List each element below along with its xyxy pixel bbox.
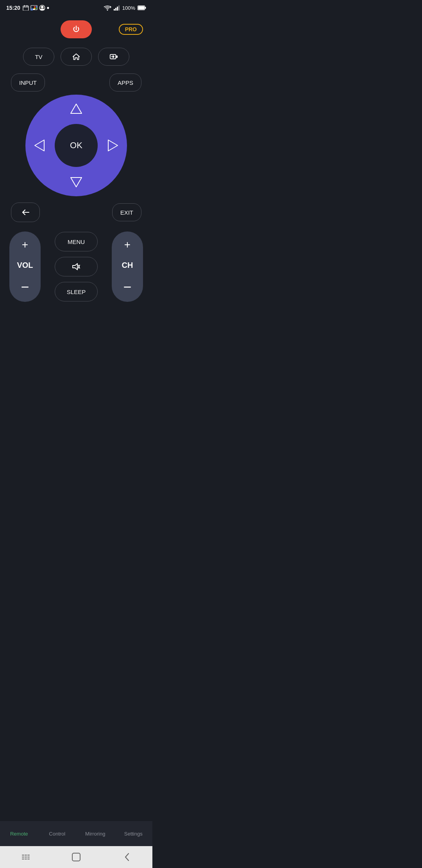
svg-marker-26 [71,178,82,187]
svg-marker-27 [35,140,44,151]
back-android-button[interactable] [115,849,139,865]
svg-rect-17 [115,8,116,11]
ch-plus-button[interactable]: + [124,239,131,250]
calendar-icon [23,5,29,11]
top-row: PRO [9,20,143,38]
vol-label: VOL [17,261,33,270]
svg-point-6 [31,9,32,10]
vol-control: + VOL − [9,231,41,302]
dpad-container: OK [25,95,127,196]
nav-control[interactable]: Control [38,821,77,846]
recent-apps-button[interactable] [14,849,37,865]
status-left: 15:20 [6,4,49,11]
svg-rect-19 [118,5,120,11]
ch-minus-button[interactable]: − [123,280,131,294]
remote-main: PRO TV INPUT APPS [0,14,152,821]
battery-icon [138,5,146,10]
status-icons: • [23,4,49,11]
mute-button[interactable] [55,257,98,276]
signal-icon [114,5,120,11]
input-button[interactable]: INPUT [11,74,45,91]
android-nav-bar [0,846,152,868]
input-switch-button[interactable] [98,48,129,66]
bottom-navigation: Remote Control Mirroring Settings [0,821,152,846]
home-android-button[interactable] [64,849,88,865]
input-apps-row: INPUT APPS [9,74,143,91]
svg-point-14 [107,9,108,11]
nav-remote-label: Remote [10,831,28,837]
home-button[interactable] [61,48,92,66]
svg-rect-22 [138,6,145,10]
svg-rect-41 [72,853,80,861]
svg-rect-21 [145,7,146,9]
nav-settings[interactable]: Settings [114,821,153,846]
svg-rect-8 [34,6,36,7]
pro-badge-button[interactable]: PRO [119,24,143,35]
back-button[interactable] [11,203,40,222]
apps-button[interactable]: APPS [109,74,141,91]
svg-point-13 [41,6,43,8]
svg-rect-11 [36,8,37,9]
dpad-left-button[interactable] [31,137,48,154]
sleep-button[interactable]: SLEEP [55,282,98,301]
power-button[interactable] [61,20,92,38]
wifi-icon [104,5,111,11]
status-bar: 15:20 [0,0,152,14]
svg-marker-29 [73,264,77,270]
vol-plus-button[interactable]: + [22,239,28,250]
top-buttons-row: TV [23,48,129,66]
dpad-right-button[interactable] [104,137,122,154]
svg-marker-28 [108,140,118,151]
user-icon [39,5,45,11]
svg-rect-9 [36,6,37,7]
ch-control: + CH − [112,231,143,302]
cast-icon [30,5,38,11]
dpad-down-button[interactable] [68,174,85,191]
svg-rect-0 [23,6,29,11]
menu-button[interactable]: MENU [55,232,98,251]
battery-percent: 100% [122,5,135,11]
exit-button[interactable]: EXIT [112,203,141,221]
dot-indicator: • [47,4,49,11]
ok-button[interactable]: OK [55,124,98,167]
svg-rect-18 [117,7,118,11]
nav-mirroring[interactable]: Mirroring [76,821,114,846]
time-display: 15:20 [6,5,20,11]
status-right: 100% [104,5,146,11]
bottom-controls: + VOL − MENU SLEEP + CH − [9,231,143,302]
svg-marker-25 [71,104,82,113]
svg-marker-15 [110,6,111,8]
dpad-up-button[interactable] [68,100,85,117]
center-column: MENU SLEEP [55,232,98,301]
nav-control-label: Control [49,831,65,837]
ch-label: CH [122,261,133,270]
tv-button[interactable]: TV [23,48,54,66]
nav-mirroring-label: Mirroring [85,831,105,837]
back-exit-row: EXIT [9,203,143,222]
svg-rect-16 [114,9,115,11]
vol-minus-button[interactable]: − [21,280,29,294]
nav-settings-label: Settings [124,831,143,837]
nav-remote[interactable]: Remote [0,821,38,846]
svg-rect-10 [34,8,36,9]
